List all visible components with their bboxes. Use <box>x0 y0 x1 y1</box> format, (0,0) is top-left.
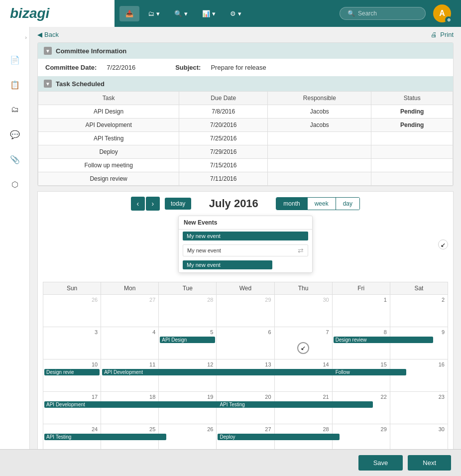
sidebar-item-chat[interactable]: 💬 <box>7 126 23 142</box>
sidebar-item-diagram[interactable]: ⬡ <box>7 176 23 192</box>
task-collapse-icon[interactable]: ▼ <box>44 80 52 88</box>
cal-today-button[interactable]: today <box>165 198 191 210</box>
cal-cell[interactable]: 4 <box>101 327 159 359</box>
list-icon: 📋 <box>10 80 20 90</box>
back-button[interactable]: ◀ Back <box>37 31 59 38</box>
nav-reports[interactable]: 📊 ▾ <box>196 6 222 21</box>
cal-day-number: 17 <box>44 393 100 401</box>
col-task: Task <box>38 92 179 105</box>
task-section-header: ▼ Task Scheduled <box>38 76 453 91</box>
chevron-right-icon[interactable]: › <box>25 34 27 40</box>
cal-cell[interactable]: 5API Design <box>159 327 217 359</box>
cal-day-number: 23 <box>391 393 447 401</box>
cal-cell[interactable]: 29 <box>217 295 274 327</box>
new-event-bar[interactable]: My new event <box>183 232 308 240</box>
inbox-icon: 📥 <box>125 10 133 17</box>
briefcase-icon: 🗂 <box>148 10 154 17</box>
due-cell: 7/8/2016 <box>179 105 268 119</box>
cal-cell[interactable]: 15Follow <box>332 359 390 392</box>
nav-search[interactable]: 🔍 ▾ <box>168 6 194 21</box>
status-cell: Pending <box>371 105 453 119</box>
cal-cell[interactable]: 26 <box>43 295 101 327</box>
attachment-icon: 📎 <box>10 155 20 164</box>
cal-prev-button[interactable]: ‹ <box>131 197 145 211</box>
cal-cell[interactable]: 7↙ <box>274 327 332 359</box>
cal-month-view-button[interactable]: month <box>276 198 307 210</box>
calendar-event[interactable]: Design revie <box>44 369 100 375</box>
task-section-title: Task Scheduled <box>56 80 105 88</box>
responsible-cell <box>268 132 371 145</box>
cal-next-button[interactable]: › <box>146 197 160 211</box>
committee-card: ▼ Committee Information Committee Date: … <box>37 42 454 186</box>
cal-cell[interactable]: 14 <box>274 359 332 392</box>
cal-day-number: 18 <box>102 393 157 401</box>
nav-search-arrow: ▾ <box>184 10 188 17</box>
cal-cell[interactable]: 28 <box>159 295 217 327</box>
collapse-icon[interactable]: ▼ <box>44 47 52 55</box>
next-button[interactable]: Next <box>408 455 451 471</box>
search-input[interactable] <box>358 10 418 17</box>
cal-day-number: 25 <box>102 425 157 433</box>
cal-day-view-button[interactable]: day <box>336 198 359 210</box>
cal-cell[interactable]: 6 <box>217 327 274 359</box>
cal-cell[interactable]: 23 <box>390 392 448 424</box>
date-label: Committee Date: <box>45 64 97 71</box>
cal-cell[interactable]: 1 <box>332 295 390 327</box>
cal-cell[interactable]: 22 <box>332 392 390 424</box>
floating-event-bar[interactable]: My new event <box>183 260 272 269</box>
cal-cell[interactable]: 8Design review <box>332 327 390 359</box>
due-cell: 7/20/2016 <box>179 119 268 132</box>
save-button[interactable]: Save <box>358 455 403 471</box>
cal-day-header: Sun <box>43 282 101 295</box>
cal-cell[interactable]: 3 <box>43 327 101 359</box>
chat-icon: 💬 <box>10 130 20 139</box>
nav-cases[interactable]: 🗂 ▾ <box>142 6 166 21</box>
cal-cell[interactable]: 13 <box>217 359 274 392</box>
cal-day-number: 21 <box>276 393 331 401</box>
sidebar-item-list[interactable]: 📋 <box>7 77 23 93</box>
main-wrapper: › 📄 📋 🗂 💬 📎 ⬡ ◀ Back 🖨 <box>0 27 461 476</box>
cal-cell[interactable]: 21 <box>274 392 332 424</box>
calendar-event[interactable]: Follow <box>334 369 389 375</box>
nav-inbox[interactable]: 📥 <box>119 6 139 21</box>
cal-cell[interactable]: 19 <box>159 392 217 424</box>
avatar-badge: ⚙ <box>445 16 452 23</box>
sidebar-item-folder[interactable]: 🗂 <box>7 102 23 118</box>
cal-cell[interactable]: 20API Testing <box>217 392 274 424</box>
cal-cell[interactable]: 11API Development <box>101 359 159 392</box>
sidebar-toggle[interactable]: › <box>0 34 29 40</box>
print-button[interactable]: 🖨 Print <box>431 31 454 38</box>
cal-day-number: 19 <box>160 393 215 401</box>
cal-week-view-button[interactable]: week <box>308 198 336 210</box>
search-bar[interactable]: 🔍 <box>340 7 426 20</box>
sidebar-item-attachment[interactable]: 📎 <box>7 151 23 167</box>
print-label: Print <box>440 31 454 38</box>
navbar-items: 📥 🗂 ▾ 🔍 ▾ 📊 ▾ ⚙ ▾ 🔍 A ⚙ <box>115 4 461 22</box>
cal-day-number: 28 <box>160 296 215 304</box>
new-event-outline[interactable]: My new event ⇄ <box>183 244 308 256</box>
drag-cursor-area: ↙ <box>438 239 448 278</box>
avatar[interactable]: A ⚙ <box>433 4 451 22</box>
due-cell: 7/25/2016 <box>179 132 268 145</box>
status-cell <box>371 172 453 186</box>
logo-area: bizagi <box>0 0 115 27</box>
cal-day-number: 7 <box>276 328 331 336</box>
cal-cell[interactable]: 2 <box>390 295 448 327</box>
new-event-item-2: My new event ⇄ <box>179 242 312 258</box>
calendar-event[interactable]: API Design <box>160 337 215 343</box>
cal-day-number: 29 <box>218 296 273 304</box>
cal-cell[interactable]: 12 <box>159 359 217 392</box>
cal-cell[interactable]: 18 <box>101 392 159 424</box>
cal-day-number: 16 <box>391 360 447 368</box>
nav-settings[interactable]: ⚙ ▾ <box>224 6 247 21</box>
cal-cell[interactable]: 30 <box>274 295 332 327</box>
cal-day-number: 11 <box>102 360 157 368</box>
cal-cell[interactable]: 16 <box>390 359 448 392</box>
cal-cell[interactable]: 10Design revie <box>43 359 101 392</box>
drag-cursor-icon: ↙ <box>438 239 448 249</box>
sidebar-item-doc[interactable]: 📄 <box>7 52 23 68</box>
cal-cell[interactable]: 27 <box>101 295 159 327</box>
cal-cell[interactable]: 9 <box>390 327 448 359</box>
cal-cell[interactable]: 17API Development <box>43 392 101 424</box>
cal-day-number: 9 <box>391 328 447 336</box>
